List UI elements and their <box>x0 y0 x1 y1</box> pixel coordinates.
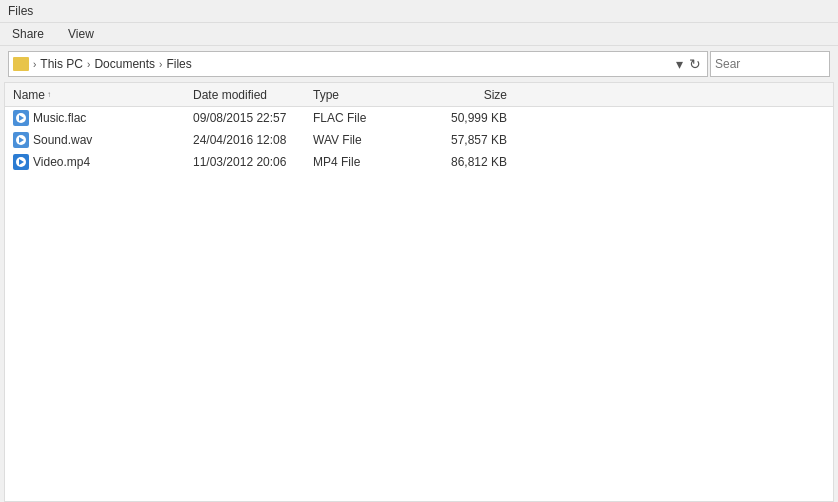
file-name-cell: Video.mp4 <box>5 154 185 170</box>
wav-icon <box>13 132 29 148</box>
search-input[interactable] <box>710 51 830 77</box>
flac-icon <box>13 110 29 126</box>
file-name-cell: Sound.wav <box>5 132 185 148</box>
breadcrumb-sep-3: › <box>159 59 162 70</box>
ribbon: Share View <box>0 23 838 46</box>
column-headers: Name ↑ Date modified Type Size <box>5 83 833 107</box>
file-list: Music.flac 09/08/2015 22:57 FLAC File 50… <box>5 107 833 501</box>
col-header-size[interactable]: Size <box>425 88 515 102</box>
file-explorer: Name ↑ Date modified Type Size Music.fla… <box>4 82 834 502</box>
file-size: 50,999 KB <box>425 111 515 125</box>
file-type: WAV File <box>305 133 425 147</box>
title-label: Files <box>8 4 33 18</box>
breadcrumb-documents[interactable]: Documents <box>94 57 155 71</box>
ribbon-view[interactable]: View <box>64 25 98 43</box>
file-date: 24/04/2016 12:08 <box>185 133 305 147</box>
file-type: FLAC File <box>305 111 425 125</box>
col-header-date[interactable]: Date modified <box>185 88 305 102</box>
file-name-cell: Music.flac <box>5 110 185 126</box>
table-row[interactable]: Music.flac 09/08/2015 22:57 FLAC File 50… <box>5 107 833 129</box>
file-name: Sound.wav <box>33 133 92 147</box>
file-date: 09/08/2015 22:57 <box>185 111 305 125</box>
mp4-icon <box>13 154 29 170</box>
file-size: 86,812 KB <box>425 155 515 169</box>
breadcrumb-sep-2: › <box>87 59 90 70</box>
address-dropdown-btn[interactable]: ▾ <box>674 56 685 72</box>
breadcrumb-this-pc[interactable]: This PC <box>40 57 83 71</box>
col-header-type[interactable]: Type <box>305 88 425 102</box>
address-refresh-btn[interactable]: ↻ <box>687 56 703 72</box>
folder-icon <box>13 57 29 71</box>
table-row[interactable]: Video.mp4 11/03/2012 20:06 MP4 File 86,8… <box>5 151 833 173</box>
file-size: 57,857 KB <box>425 133 515 147</box>
address-bar-actions: ▾ ↻ <box>674 56 703 72</box>
breadcrumb-sep-1: › <box>33 59 36 70</box>
table-row[interactable]: Sound.wav 24/04/2016 12:08 WAV File 57,8… <box>5 129 833 151</box>
breadcrumb-trail: › This PC › Documents › Files <box>13 57 674 71</box>
sort-arrow-name: ↑ <box>47 90 51 99</box>
col-header-name[interactable]: Name ↑ <box>5 88 185 102</box>
file-date: 11/03/2012 20:06 <box>185 155 305 169</box>
file-type: MP4 File <box>305 155 425 169</box>
breadcrumb-files[interactable]: Files <box>166 57 191 71</box>
file-name: Video.mp4 <box>33 155 90 169</box>
address-bar[interactable]: › This PC › Documents › Files ▾ ↻ <box>8 51 708 77</box>
file-name: Music.flac <box>33 111 86 125</box>
ribbon-share[interactable]: Share <box>8 25 48 43</box>
title-bar: Files <box>0 0 838 23</box>
